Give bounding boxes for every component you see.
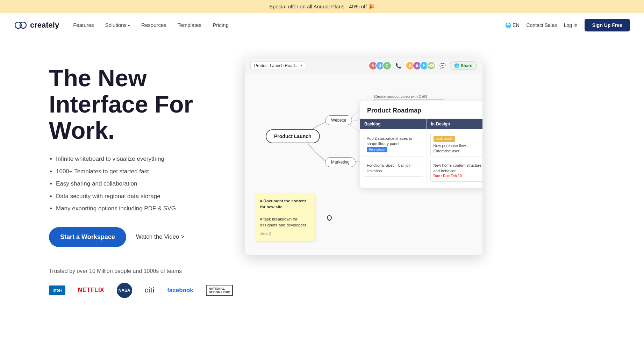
share-icon: 🌐 bbox=[454, 63, 459, 68]
logo-wordmark: creately bbox=[30, 21, 59, 30]
avatar-group-2: D E F +28 bbox=[406, 61, 436, 70]
chat-icon-btn[interactable]: 💬 bbox=[438, 61, 448, 71]
tab-dropdown-icon: ▾ bbox=[300, 64, 302, 67]
bullet-1: Infinite whiteboard to visualize everyth… bbox=[56, 154, 238, 164]
bullet-3: Easy sharing and collaboration bbox=[56, 179, 238, 188]
backlog-body: Add Datasource shapes to shape library p… bbox=[360, 129, 427, 183]
indesign-header: In-Design bbox=[427, 119, 483, 129]
app-window: Product Launch Road... ▾ A B C 📞 D E F +… bbox=[245, 58, 482, 255]
roadmap-card-2: Functional Spec - Call join limitation. bbox=[364, 160, 423, 177]
indesign-col: In-Design David Booth New purchase flow … bbox=[427, 119, 483, 188]
toolbar-avatars: A B C 📞 D E F +28 💬 🌐 Share bbox=[368, 61, 477, 71]
signup-button[interactable]: Sign Up Free bbox=[585, 19, 630, 31]
hero-left: The New Interface For Work. Infinite whi… bbox=[49, 58, 238, 298]
brand-logos: intel NETFLIX NASA citi facebook NATIONA… bbox=[49, 283, 238, 298]
netflix-logo: NETFLIX bbox=[78, 287, 104, 294]
logo-icon bbox=[14, 21, 27, 29]
logo[interactable]: creately bbox=[14, 21, 59, 30]
backlog-header: Backlog bbox=[360, 119, 427, 129]
roadmap-columns: Backlog Add Datasource shapes to shape l… bbox=[360, 119, 482, 188]
hero-right: Product Launch Road... ▾ A B C 📞 D E F +… bbox=[231, 58, 616, 275]
hero-title: The New Interface For Work. bbox=[49, 65, 238, 143]
hero-cta: Start a Workspace Watch the Video > bbox=[49, 227, 238, 247]
card3-tag: David Booth bbox=[434, 136, 455, 142]
backlog-col: Backlog Add Datasource shapes to shape l… bbox=[360, 119, 427, 188]
app-canvas[interactable]: Product Launch Website Marketing Create … bbox=[245, 73, 482, 255]
bullet-4: Data security with regional data storage bbox=[56, 192, 238, 201]
sticky-content: # Document the content for new site # ta… bbox=[260, 198, 310, 228]
central-node: Product Launch bbox=[266, 129, 320, 143]
roadmap-panel: Product Roadmap Backlog Add Datasource s… bbox=[360, 101, 482, 188]
nav-features[interactable]: Features bbox=[73, 22, 94, 28]
login-link[interactable]: Log In bbox=[564, 22, 578, 28]
nav-solutions[interactable]: Solutions bbox=[105, 22, 130, 28]
intel-logo: intel bbox=[49, 285, 65, 295]
indesign-body: David Booth New purchase flow - Enterpri… bbox=[427, 129, 483, 188]
sticky-author: John D bbox=[260, 231, 310, 236]
task-item-1: Create product video with CEO bbox=[374, 94, 444, 100]
language-selector[interactable]: 🌐 EN bbox=[505, 22, 519, 28]
solutions-dropdown-icon bbox=[128, 22, 130, 28]
card4-due: Due : Due Feb 10 bbox=[434, 174, 483, 179]
lang-label: EN bbox=[513, 22, 519, 28]
roadmap-card-4: New home content structure and behavior … bbox=[430, 160, 483, 182]
bullet-5: Many exporting options including PDF & S… bbox=[56, 204, 238, 213]
svg-point-1 bbox=[20, 22, 26, 28]
roadmap-card-1: Add Datasource shapes to shape library p… bbox=[364, 133, 423, 157]
trusted-text: Trusted by over 10 Million people and 10… bbox=[49, 268, 238, 274]
app-toolbar: Product Launch Road... ▾ A B C 📞 D E F +… bbox=[245, 58, 482, 73]
hero-bullets: Infinite whiteboard to visualize everyth… bbox=[49, 154, 238, 213]
nav-pricing[interactable]: Pricing bbox=[213, 22, 229, 28]
marketing-node: Marketing bbox=[325, 157, 356, 167]
citi-logo: citi bbox=[145, 286, 155, 294]
sticky-note: # Document the content for new site # ta… bbox=[255, 193, 315, 241]
website-node: Website bbox=[325, 115, 352, 125]
app-tab-title[interactable]: Product Launch Road... ▾ bbox=[250, 62, 306, 70]
hero-section: The New Interface For Work. Infinite whi… bbox=[0, 37, 644, 312]
nasa-logo: NASA bbox=[117, 283, 132, 298]
nav-right: 🌐 EN Contact Sales Log In Sign Up Free bbox=[505, 19, 630, 31]
watch-video-link[interactable]: Watch the Video > bbox=[136, 233, 184, 240]
roadmap-title: Product Roadmap bbox=[360, 101, 482, 119]
start-workspace-button[interactable]: Start a Workspace bbox=[49, 227, 126, 247]
contact-sales-link[interactable]: Contact Sales bbox=[527, 22, 557, 28]
banner-text: Special offer on all Annual Plans - 40% … bbox=[269, 3, 375, 9]
globe-icon: 🌐 bbox=[505, 22, 511, 28]
roadmap-card-3: David Booth New purchase flow - Enterpri… bbox=[430, 133, 483, 157]
avatar-3: C bbox=[382, 61, 392, 70]
navbar: creately Features Solutions Resources Te… bbox=[0, 13, 644, 37]
phone-icon-btn[interactable]: 📞 bbox=[394, 61, 403, 71]
card1-tag: Rory Logan bbox=[367, 147, 387, 153]
facebook-logo: facebook bbox=[167, 287, 193, 294]
nav-templates[interactable]: Templates bbox=[178, 22, 201, 28]
nav-resources[interactable]: Resources bbox=[141, 22, 166, 28]
nav-links: Features Solutions Resources Templates P… bbox=[73, 22, 505, 28]
avatar-group: A B C bbox=[368, 61, 392, 70]
avatar-7: +28 bbox=[427, 61, 436, 70]
natgeo-logo: NATIONALGEOGRAPHIC bbox=[206, 285, 233, 296]
share-button[interactable]: 🌐 Share bbox=[450, 62, 477, 70]
promo-banner: Special offer on all Annual Plans - 40% … bbox=[0, 0, 644, 13]
bullet-2: 1000+ Templates to get started fast bbox=[56, 167, 238, 176]
